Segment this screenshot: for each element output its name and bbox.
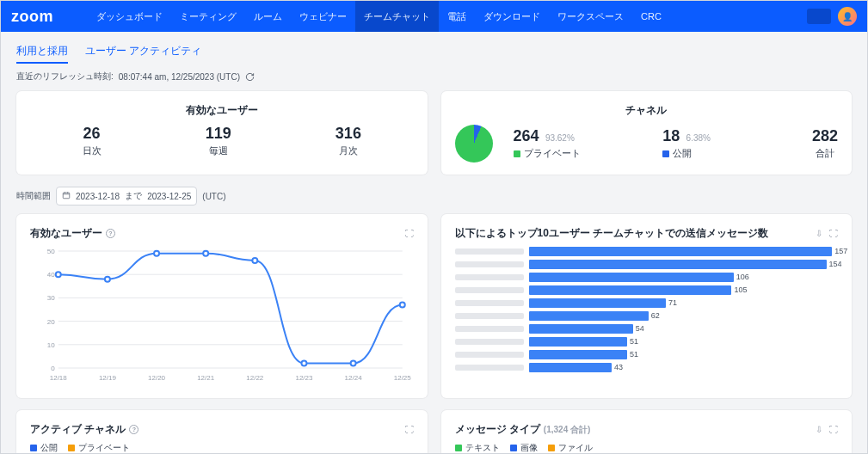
bar-track: 154 [529, 260, 839, 269]
expand-icon[interactable]: ⛶ [405, 425, 414, 434]
tab-usage-adoption[interactable]: 利用と採用 [16, 40, 68, 64]
expand-icon[interactable]: ⛶ [405, 229, 414, 238]
active-channels-legend: 公開 プライベート [30, 442, 414, 453]
avatar[interactable]: 👤 [838, 7, 857, 26]
svg-point-23 [154, 251, 159, 256]
bar-user-label-redacted [455, 326, 524, 332]
legend-private: プライベート [68, 442, 130, 453]
bar-row: 105 [455, 285, 839, 295]
expand-icon[interactable]: ⛶ [829, 425, 838, 434]
bar-fill [529, 298, 667, 308]
svg-text:12/19: 12/19 [99, 374, 117, 382]
nav-item-workspace[interactable]: ワークスペース [549, 1, 632, 32]
legend-public: 公開 [30, 442, 58, 453]
date-to: 2023-12-25 [147, 192, 191, 201]
refresh-row: 直近のリフレッシュ時刻: 08:07:44 am, 12/25/2023 (UT… [16, 71, 852, 83]
message-type-legend: テキスト 画像 ファイル [455, 442, 839, 453]
refresh-icon[interactable] [245, 71, 255, 82]
nav-item-room[interactable]: ルーム [245, 1, 291, 32]
svg-text:12/22: 12/22 [246, 374, 264, 382]
bar-fill [529, 363, 613, 372]
time-range-row: 時間範囲 2023-12-18 まで 2023-12-25 (UTC) [16, 187, 852, 206]
square-icon [514, 150, 520, 157]
bar-track: 43 [529, 363, 839, 372]
download-icon[interactable]: ⇩ [816, 425, 822, 434]
legend-text-label: テキスト [465, 442, 500, 453]
bar-row: 43 [455, 362, 839, 372]
bar-user-label-redacted [455, 287, 524, 293]
nav-item-download[interactable]: ダウンロード [475, 1, 549, 32]
square-icon [548, 445, 555, 451]
metric-weekly-label: 毎週 [206, 144, 231, 157]
bar-fill [529, 350, 628, 359]
expand-icon[interactable]: ⛶ [829, 229, 838, 238]
nav-item-phone[interactable]: 電話 [439, 1, 475, 32]
summary-row: 有効なユーザー 26 日次 119 毎週 316 月次 [16, 91, 852, 175]
info-icon[interactable]: ? [106, 229, 115, 238]
top-nav: zoom ダッシュボード ミーティング ルーム ウェビナー チームチャット 電話… [1, 1, 867, 32]
nav-unknown-button[interactable] [807, 9, 831, 24]
page-tabs: 利用と採用 ユーザー アクティビティ [16, 40, 852, 64]
svg-text:12/18: 12/18 [50, 374, 68, 382]
channel-title: チャネル [455, 103, 839, 118]
nav-item-dashboard[interactable]: ダッシュボード [88, 1, 171, 32]
top-users-title: 以下によるトップ10ユーザー チームチャットでの送信メッセージ数 [455, 226, 769, 241]
message-type-subtitle: (1,324 合計) [544, 424, 590, 436]
tab-user-activity[interactable]: ユーザー アクティビティ [85, 40, 201, 64]
svg-text:20: 20 [47, 318, 55, 326]
zoom-logo: zoom [11, 8, 53, 26]
download-icon[interactable]: ⇩ [816, 229, 822, 238]
bar-fill [529, 311, 649, 321]
bar-fill [529, 337, 628, 347]
legend-file-label: ファイル [558, 442, 593, 453]
message-type-card: メッセージ タイプ (1,324 合計) ⇩ ⛶ テキスト 画像 ファイル [441, 410, 853, 453]
bar-fill [529, 273, 734, 282]
channel-private-value: 264 [514, 127, 539, 144]
svg-rect-0 [63, 193, 70, 199]
metric-weekly: 119 毎週 [206, 125, 231, 157]
svg-text:0: 0 [51, 365, 55, 372]
legend-public-label: 公開 [40, 442, 58, 453]
metric-monthly-value: 316 [336, 125, 361, 143]
channel-total-label: 合計 [812, 147, 838, 160]
channel-private-label: プライベート [524, 147, 581, 160]
svg-point-25 [252, 258, 257, 263]
nav-item-webinar[interactable]: ウェビナー [291, 1, 355, 32]
nav-item-team-chat[interactable]: チームチャット [355, 1, 439, 32]
legend-image: 画像 [510, 442, 538, 453]
svg-point-21 [56, 272, 61, 277]
channel-pie-chart [455, 125, 493, 163]
channel-public: 18 6.38% 公開 [662, 127, 791, 160]
bar-row: 71 [455, 298, 839, 308]
nav-item-meeting[interactable]: ミーティング [171, 1, 245, 32]
bar-row: 51 [455, 336, 839, 347]
square-icon [662, 150, 669, 157]
refresh-label: 直近のリフレッシュ時刻: [16, 71, 114, 83]
active-users-line-chart: 0102030405012/1812/1912/2012/2112/2212/2… [30, 246, 414, 383]
bar-fill [529, 285, 732, 295]
bar-user-label-redacted [455, 352, 524, 358]
bar-value: 105 [731, 285, 747, 295]
bar-track: 157 [529, 247, 839, 256]
svg-text:12/20: 12/20 [148, 374, 166, 382]
bar-user-label-redacted [455, 300, 524, 306]
svg-point-22 [105, 277, 110, 282]
active-users-title: 有効なユーザー [30, 103, 414, 118]
metric-monthly: 316 月次 [336, 125, 361, 157]
info-icon[interactable]: ? [129, 425, 139, 434]
metric-daily: 26 日次 [83, 125, 102, 157]
nav-items: ダッシュボード ミーティング ルーム ウェビナー チームチャット 電話 ダウンロ… [88, 1, 807, 32]
legend-text: テキスト [455, 442, 500, 453]
bar-user-label-redacted [455, 261, 524, 267]
active-users-chart-card: 有効なユーザー ? ⛶ 0102030405012/1812/1912/2012… [16, 214, 428, 398]
bottom-row: アクティブ チャネル ? ⛶ 公開 プライベート メッセージ タイプ (1, [16, 410, 852, 453]
bar-track: 62 [529, 311, 839, 321]
time-range-tz: (UTC) [202, 192, 225, 201]
active-channels-title: アクティブ チャネル [30, 422, 126, 437]
active-users-card: 有効なユーザー 26 日次 119 毎週 316 月次 [16, 91, 428, 175]
bar-track: 51 [529, 350, 839, 359]
svg-point-28 [400, 303, 405, 308]
legend-image-label: 画像 [520, 442, 538, 453]
date-range-input[interactable]: 2023-12-18 まで 2023-12-25 [56, 187, 197, 206]
nav-item-crc[interactable]: CRC [632, 1, 670, 32]
